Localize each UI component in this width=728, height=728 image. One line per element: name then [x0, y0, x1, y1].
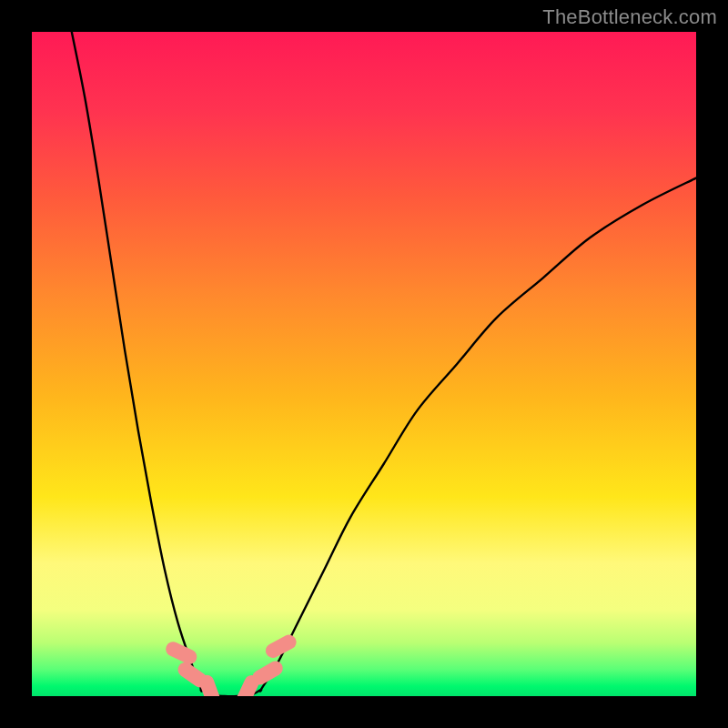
bottleneck-curve	[32, 32, 696, 696]
chart-frame: TheBottleneck.com	[0, 0, 728, 728]
watermark-label: TheBottleneck.com	[542, 5, 717, 29]
plot-area	[32, 32, 696, 696]
marker-pill	[164, 640, 199, 667]
marker-pill	[250, 659, 286, 688]
